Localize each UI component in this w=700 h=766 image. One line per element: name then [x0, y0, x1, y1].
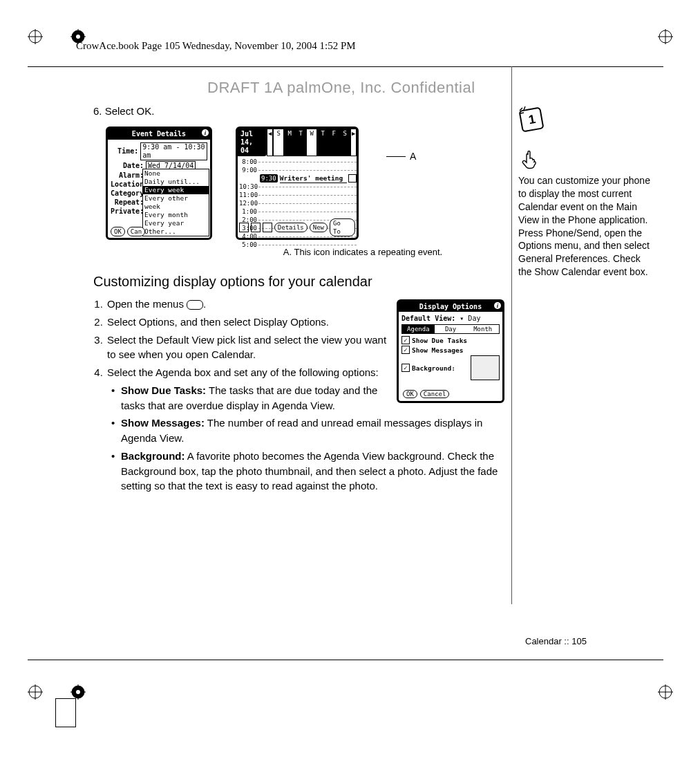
repeat-label: Repeat: — [111, 198, 146, 207]
step-6-text: 6. Select OK. — [93, 105, 504, 117]
event-time-badge: 9:30 — [260, 174, 278, 183]
location-label: Location: — [111, 180, 146, 189]
chk-show-due-tasks: Show Due Tasks — [412, 337, 467, 344]
alarm-label: Alarm: — [111, 171, 146, 180]
bullet-background: Background: A favorite photo becomes the… — [121, 449, 504, 494]
top-horizontal-rule — [28, 66, 663, 67]
chk-show-messages: Show Messages — [412, 346, 463, 354]
bottom-horizontal-rule — [28, 660, 663, 660]
category-label: Category: — [111, 189, 146, 198]
side-note-text: You can customize your phone to display … — [518, 174, 653, 279]
step-4: Select the Agenda box and set any of the… — [106, 365, 504, 494]
tab-day: Day — [435, 325, 467, 333]
default-view-value: Day — [468, 315, 480, 322]
view-icon-2 — [251, 223, 261, 232]
svg-point-19 — [76, 690, 80, 694]
day-view-date: Jul 14, 04 — [238, 129, 267, 156]
view-icon-1 — [239, 223, 249, 232]
page-box-icon — [55, 698, 76, 727]
callout-A: A — [386, 151, 416, 162]
dropdown-option-selected: Every week — [143, 186, 209, 194]
bullet-show-due-tasks: Show Due Tasks: The tasks that are due t… — [121, 383, 504, 413]
day-view-screenshot: Jul 14, 04 ◀ S M T W T F S ▶ 8:00 — [236, 127, 359, 240]
checkbox-checked-icon: ✓ — [401, 364, 410, 372]
svg-point-9 — [76, 35, 80, 39]
dropdown-option: Daily until... — [143, 178, 209, 186]
crop-mark-bottom-left — [28, 684, 43, 700]
dropdown-option: Every month — [143, 211, 209, 219]
view-tabs: Agenda Day Month — [401, 324, 500, 334]
scheduled-event: 9:30 Writers' meeting — [260, 174, 357, 183]
header-text: CrowAce.book Page 105 Wednesday, Novembe… — [76, 40, 356, 52]
new-button: New — [310, 223, 328, 232]
time-label: Time: — [111, 147, 140, 156]
default-view-label: Default View: — [401, 315, 455, 322]
bullet-show-messages: Show Messages: The number of read and un… — [121, 415, 504, 446]
note-icon: 1 — [518, 105, 547, 134]
time-field: 9:30 am - 10:30 am — [140, 142, 207, 160]
tab-agenda: Agenda — [402, 325, 435, 333]
repeat-event-icon — [348, 174, 357, 183]
private-label: Private: — [111, 207, 146, 216]
repeat-dropdown: None Daily until... Every week Every oth… — [142, 169, 209, 236]
footer-text: Calendar :: 105 — [525, 636, 587, 646]
goto-button: Go To — [330, 218, 355, 236]
crop-mark-bottom-right — [658, 684, 673, 700]
cancel-button: Can — [127, 227, 145, 236]
dropdown-option: Every year — [143, 219, 209, 227]
watermark-text: DRAFT 1A palmOne, Inc. Confidential — [207, 79, 475, 97]
info-icon: i — [202, 129, 209, 136]
menus-icon — [187, 300, 203, 310]
background-thumbnail — [471, 355, 500, 380]
day-letters: S M T W T F S — [273, 129, 350, 156]
crop-mark-top-left — [28, 29, 43, 44]
tab-month: Month — [466, 325, 499, 333]
ok-button: OK — [111, 227, 125, 236]
crop-mark-top-right — [658, 29, 673, 44]
info-icon: i — [494, 302, 501, 309]
prev-arrow-icon: ◀ — [267, 129, 273, 156]
checkbox-checked-icon: ✓ — [401, 336, 410, 344]
vertical-divider — [511, 66, 512, 604]
dropdown-option: Every other week — [143, 194, 209, 211]
details-button: Details — [274, 223, 308, 232]
dropdown-option: Other... — [143, 227, 209, 236]
hand-point-icon — [518, 149, 547, 170]
section-heading: Customizing display options for your cal… — [93, 274, 504, 290]
event-text: Writers' meeting — [280, 174, 347, 183]
date-label: Date: — [111, 162, 146, 170]
dropdown-option: None — [143, 169, 209, 178]
chk-background: Background: — [412, 364, 455, 372]
crop-mark-bottom-inner — [70, 684, 86, 700]
next-arrow-icon: ▶ — [350, 129, 357, 156]
event-details-title: Event Details — [108, 129, 210, 140]
view-icon-3 — [263, 223, 272, 232]
checkbox-checked-icon: ✓ — [401, 346, 410, 354]
display-options-title: Display Options — [399, 301, 502, 312]
event-details-screenshot: Event Details i Time:9:30 am - 10:30 am … — [106, 127, 212, 240]
